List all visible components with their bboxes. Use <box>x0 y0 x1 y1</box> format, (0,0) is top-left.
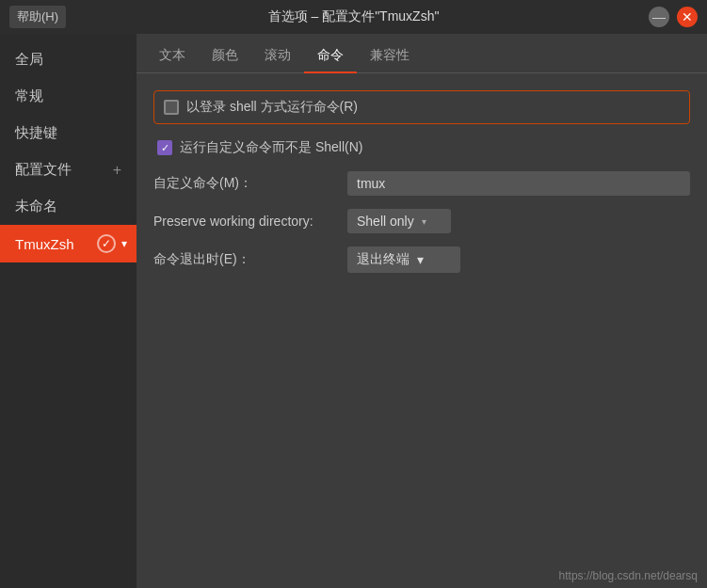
exit-command-dropdown[interactable]: 退出终端 ▾ <box>347 246 460 273</box>
tab-command[interactable]: 命令 <box>304 40 357 73</box>
exit-command-value-container: 退出终端 ▾ <box>347 246 690 273</box>
sidebar-item-profiles[interactable]: 配置文件 + <box>0 151 137 188</box>
watermark: https://blog.csdn.net/dearsq <box>137 564 707 588</box>
sidebar-item-global[interactable]: 全局 <box>0 41 137 78</box>
custom-command-m-row: 自定义命令(M)： <box>153 171 690 196</box>
active-profile-check-icon: ✓ <box>97 234 116 253</box>
tab-text[interactable]: 文本 <box>146 40 199 73</box>
title-bar-left: 帮助(H) <box>9 6 66 28</box>
exit-command-value: 退出终端 <box>357 251 410 268</box>
sidebar-item-unnamed[interactable]: 未命名 <box>0 188 137 225</box>
profile-dropdown-arrow-icon[interactable]: ▾ <box>121 237 127 250</box>
exit-dropdown-arrow-icon: ▾ <box>417 252 424 267</box>
minimize-icon: — <box>652 9 666 24</box>
sidebar-item-label: 全局 <box>15 51 43 69</box>
active-profile-controls: ✓ ▾ <box>97 234 127 253</box>
exit-command-label: 命令退出时(E)： <box>153 251 332 268</box>
custom-command-checkbox[interactable]: ✓ <box>157 140 172 155</box>
login-shell-checkbox[interactable] <box>164 100 179 115</box>
minimize-button[interactable]: — <box>649 7 669 27</box>
window-title: 首选项 – 配置文件"TmuxZsh" <box>268 8 440 25</box>
sidebar: 全局 常规 快捷键 配置文件 + 未命名 TmuxZsh ✓ ▾ <box>0 34 137 588</box>
title-bar: 帮助(H) 首选项 – 配置文件"TmuxZsh" — ✕ <box>0 0 707 34</box>
main-container: 全局 常规 快捷键 配置文件 + 未命名 TmuxZsh ✓ ▾ 文本 颜色 滚 <box>0 34 707 588</box>
title-bar-controls: — ✕ <box>649 7 698 27</box>
custom-command-label: 运行自定义命令而不是 Shell(N) <box>180 139 362 156</box>
preserve-directory-value: Shell only <box>357 214 414 229</box>
sidebar-item-tmuxzsh[interactable]: TmuxZsh ✓ ▾ <box>0 225 137 262</box>
sidebar-item-label: 未命名 <box>15 198 57 215</box>
preserve-directory-label: Preserve working directory: <box>153 214 332 229</box>
preserve-directory-value-container: Shell only ▾ <box>347 209 690 233</box>
sidebar-item-label: TmuxZsh <box>15 236 74 252</box>
add-profile-icon[interactable]: + <box>113 162 121 179</box>
login-shell-label: 以登录 shell 方式运行命令(R) <box>186 99 358 116</box>
tab-compatibility[interactable]: 兼容性 <box>357 40 423 73</box>
sidebar-item-label: 快捷键 <box>15 124 57 142</box>
login-shell-row[interactable]: 以登录 shell 方式运行命令(R) <box>153 90 690 124</box>
tab-bar: 文本 颜色 滚动 命令 兼容性 <box>137 34 707 73</box>
tab-scroll[interactable]: 滚动 <box>251 40 304 73</box>
custom-command-row: ✓ 运行自定义命令而不是 Shell(N) <box>153 137 690 158</box>
settings-panel: 以登录 shell 方式运行命令(R) ✓ 运行自定义命令而不是 Shell(N… <box>137 73 707 564</box>
sidebar-item-general[interactable]: 常规 <box>0 78 137 115</box>
exit-command-row: 命令退出时(E)： 退出终端 ▾ <box>153 246 690 273</box>
sidebar-item-shortcuts[interactable]: 快捷键 <box>0 115 137 151</box>
custom-command-value-container <box>347 171 690 196</box>
preserve-directory-dropdown[interactable]: Shell only ▾ <box>347 209 451 233</box>
watermark-text: https://blog.csdn.net/dearsq <box>559 569 698 582</box>
preserve-dropdown-arrow-icon: ▾ <box>422 216 426 227</box>
close-icon: ✕ <box>682 9 693 24</box>
close-button[interactable]: ✕ <box>677 7 698 27</box>
tab-colors[interactable]: 颜色 <box>199 40 251 73</box>
sidebar-item-label: 常规 <box>15 87 43 105</box>
custom-command-input[interactable] <box>347 171 690 196</box>
help-menu-button[interactable]: 帮助(H) <box>9 6 66 28</box>
custom-command-m-label: 自定义命令(M)： <box>153 175 332 192</box>
sidebar-item-label: 配置文件 <box>15 161 72 179</box>
preserve-directory-row: Preserve working directory: Shell only ▾ <box>153 209 690 233</box>
content-area: 文本 颜色 滚动 命令 兼容性 以登录 shell 方式运行命令(R) ✓ 运行… <box>137 34 707 588</box>
